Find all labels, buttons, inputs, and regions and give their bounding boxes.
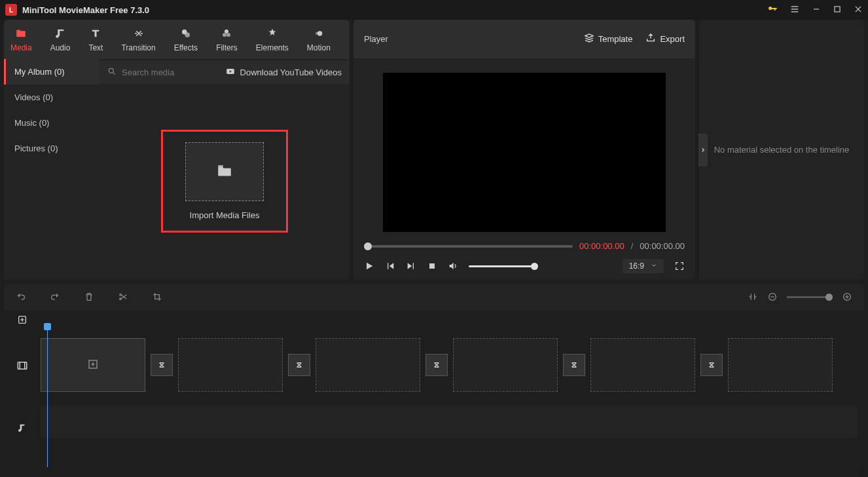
redo-button[interactable] [50,292,60,302]
seek-bar[interactable] [364,245,573,248]
video-track-icon [4,330,41,402]
time-total: 00:00:00.00 [640,241,685,251]
add-track-button[interactable] [4,310,41,330]
sidebar-item-album[interactable]: My Album (0) [4,59,99,85]
svg-rect-29 [18,362,27,370]
titlebar: L MiniTool MovieMaker Free 7.3.0 [0,0,868,20]
transition-slot[interactable] [151,354,173,376]
fit-timeline-button[interactable] [748,292,758,302]
transition-slot[interactable] [288,354,310,376]
search-input[interactable] [122,67,200,77]
app-logo: L [5,4,17,16]
undo-button[interactable] [16,292,26,302]
svg-rect-18 [429,263,435,269]
tab-audio[interactable]: Audio [50,27,71,52]
folder-open-icon [215,162,234,181]
svg-point-11 [226,33,230,37]
import-media-button[interactable] [185,142,264,201]
tab-transition[interactable]: Transition [121,27,155,52]
text-icon [89,27,102,40]
play-button[interactable] [364,261,374,271]
sidebar-item-music[interactable]: Music (0) [4,110,99,136]
elements-icon [266,27,279,40]
maximize-icon[interactable] [833,5,842,16]
next-frame-button[interactable] [406,261,416,271]
tab-media[interactable]: Media [10,27,32,52]
zoom-out-button[interactable] [767,292,778,302]
tab-effects[interactable]: Effects [174,27,198,52]
fullscreen-button[interactable] [674,261,685,271]
split-button[interactable] [118,292,128,302]
search-box[interactable] [107,67,225,78]
zoom-in-button[interactable] [842,292,852,302]
svg-rect-4 [835,6,840,11]
close-icon[interactable] [854,5,863,16]
template-button[interactable]: Template [584,33,633,45]
player-panel: Player Template Export 00:00:00.00 / 00:… [353,20,695,280]
clip-slot[interactable] [178,338,283,392]
stop-button[interactable] [427,261,437,271]
motion-icon [312,27,325,40]
svg-point-13 [316,31,319,35]
crop-button[interactable] [152,292,162,302]
player-title: Player [364,34,584,44]
clip-slot[interactable] [728,338,833,392]
export-icon [645,33,656,45]
menu-icon[interactable] [789,4,800,16]
tool-tabs: Media Audio Text Transition Effects Filt… [4,20,350,59]
tab-elements[interactable]: Elements [256,27,289,52]
transition-slot[interactable] [563,354,585,376]
zoom-slider[interactable] [787,296,833,298]
svg-point-20 [120,298,122,300]
aspect-select[interactable]: 16:9 [623,259,664,273]
volume-slider[interactable] [469,265,534,267]
svg-point-10 [223,33,226,37]
tab-motion[interactable]: Motion [307,27,331,52]
minimize-icon[interactable] [812,5,821,16]
sidebar-item-videos[interactable]: Videos (0) [4,85,99,110]
tab-filters[interactable]: Filters [216,27,238,52]
delete-button[interactable] [84,292,94,302]
left-panel: Media Audio Text Transition Effects Filt… [4,20,350,280]
effects-icon [179,27,192,40]
volume-button[interactable] [448,261,458,271]
tab-text[interactable]: Text [88,27,103,52]
svg-point-14 [109,68,113,73]
sidebar-item-pictures[interactable]: Pictures (0) [4,136,99,161]
timeline [4,310,864,473]
properties-panel: No material selected on the timeline [699,20,864,280]
prev-frame-button[interactable] [385,261,395,271]
filters-icon [220,27,233,40]
template-icon [584,33,594,45]
clip-slot[interactable] [41,338,145,392]
music-icon [54,27,67,40]
svg-rect-17 [218,165,223,166]
transition-slot[interactable] [425,354,448,376]
svg-line-15 [113,72,115,74]
transition-slot[interactable] [700,354,723,376]
search-icon [107,67,117,78]
clip-slot[interactable] [453,338,558,392]
key-icon[interactable] [767,4,778,16]
import-arrow-icon [87,358,99,372]
timeline-ruler[interactable] [41,310,858,330]
audio-track[interactable] [41,406,858,438]
audio-track-icon [4,402,41,454]
svg-point-8 [185,32,190,37]
properties-empty-message: No material selected on the timeline [714,145,850,155]
playhead[interactable] [47,323,48,467]
clip-slot[interactable] [316,338,420,392]
import-label: Import Media Files [190,210,260,220]
video-track[interactable] [41,330,858,392]
export-button[interactable]: Export [645,33,685,45]
download-youtube-link[interactable]: Download YouTube Videos [225,67,342,78]
video-preview [383,73,666,232]
time-current: 00:00:00.00 [579,241,624,251]
youtube-icon [225,67,236,78]
transition-icon [132,27,145,40]
svg-point-9 [225,29,228,33]
import-highlight: Import Media Files [161,130,288,233]
panel-collapse-handle[interactable] [698,134,708,166]
timeline-toolbar [4,284,864,310]
clip-slot[interactable] [590,338,695,392]
